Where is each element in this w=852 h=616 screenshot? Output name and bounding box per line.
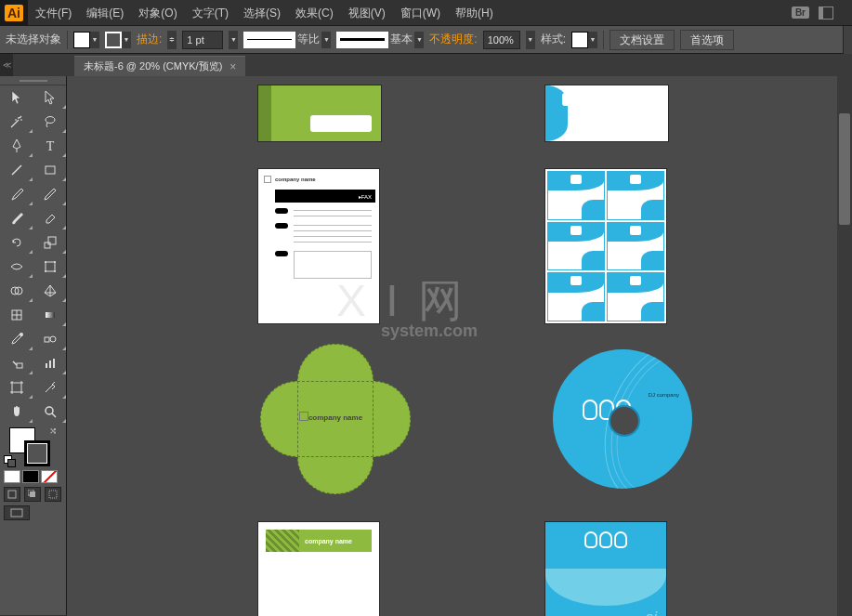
preferences-button[interactable]: 首选项 xyxy=(680,30,734,50)
fill-swatch-group[interactable]: ▼ xyxy=(73,32,99,48)
eyedropper-tool[interactable] xyxy=(0,327,33,351)
stroke-swatch[interactable] xyxy=(105,32,122,48)
slice-tool[interactable] xyxy=(33,375,67,400)
menu-file[interactable]: 文件(F) xyxy=(28,0,79,26)
opacity-input[interactable] xyxy=(483,31,520,49)
artboard-letterhead-green[interactable]: company name xyxy=(258,522,379,616)
color-mode-solid[interactable] xyxy=(4,470,20,483)
magic-wand-tool[interactable] xyxy=(0,110,33,134)
symbol-sprayer-tool[interactable] xyxy=(0,351,33,375)
canvas-area[interactable]: company name ▸FAX xyxy=(67,76,852,616)
menu-object[interactable]: 对象(O) xyxy=(131,0,184,26)
color-mode-gradient[interactable] xyxy=(22,470,39,483)
scale-tool[interactable] xyxy=(33,230,67,255)
stroke-swatch-group[interactable]: ▼ xyxy=(105,32,131,48)
vertical-scrollbar[interactable] xyxy=(837,76,852,616)
direct-selection-tool[interactable] xyxy=(33,85,67,110)
dropdown-arrow-icon[interactable]: ▼ xyxy=(90,32,99,48)
panel-strip[interactable] xyxy=(843,26,852,54)
menu-view[interactable]: 视图(V) xyxy=(341,0,393,26)
artboard-envelope-blue[interactable] xyxy=(545,85,668,141)
artboard-fax-form[interactable]: company name ▸FAX xyxy=(258,169,379,323)
artwork-card-logo xyxy=(570,276,582,285)
screen-mode-selector[interactable] xyxy=(0,504,66,522)
pencil-tool[interactable] xyxy=(33,182,67,206)
svg-rect-14 xyxy=(46,312,55,318)
artwork-line xyxy=(294,242,372,242)
width-tool[interactable] xyxy=(0,255,33,279)
gradient-tool[interactable] xyxy=(33,303,67,327)
menu-window[interactable]: 窗口(W) xyxy=(393,0,448,26)
artboard-envelope-green[interactable] xyxy=(258,85,381,141)
draw-normal-icon[interactable] xyxy=(4,487,20,502)
blob-brush-tool[interactable] xyxy=(0,206,33,230)
artwork-line xyxy=(294,216,372,216)
color-mode-row xyxy=(0,468,66,485)
column-graph-tool[interactable] xyxy=(33,351,67,375)
dropdown-arrow-icon[interactable]: ▼ xyxy=(122,32,131,48)
mesh-tool[interactable] xyxy=(0,303,33,327)
menu-type[interactable]: 文字(T) xyxy=(185,0,236,26)
svg-point-17 xyxy=(50,336,56,342)
swap-fill-stroke-icon[interactable]: ⤭ xyxy=(49,426,57,436)
scrollbar-thumb[interactable] xyxy=(839,113,850,225)
rectangle-tool[interactable] xyxy=(33,158,67,182)
style-swatch-group[interactable]: ▼ xyxy=(571,32,597,48)
paintbrush-tool[interactable] xyxy=(0,182,33,206)
dropdown-arrow-icon[interactable]: ▼ xyxy=(414,32,424,48)
artboard-letterhead-blue[interactable]: aj xyxy=(545,522,666,616)
screen-mode-button[interactable] xyxy=(4,505,30,520)
bridge-button[interactable]: Br xyxy=(792,7,809,19)
document-tab[interactable]: 未标题-6 @ 20% (CMYK/预览) × xyxy=(74,56,245,76)
stroke-label[interactable]: 描边: xyxy=(137,32,162,47)
line-tool[interactable] xyxy=(0,158,33,182)
dropdown-arrow-icon[interactable]: ▼ xyxy=(229,31,238,49)
fill-swatch[interactable] xyxy=(73,32,90,48)
default-fill-stroke-icon[interactable] xyxy=(4,455,15,466)
artboard-cd-label[interactable]: DJ company xyxy=(545,342,700,496)
profile-select[interactable]: 等比▼ xyxy=(243,32,331,48)
layout-selector-icon[interactable] xyxy=(819,7,833,20)
blend-tool[interactable] xyxy=(33,327,67,351)
type-tool[interactable]: T xyxy=(33,134,67,158)
artwork-fax-header: ▸FAX xyxy=(275,190,375,203)
svg-rect-6 xyxy=(46,262,55,271)
tab-toggle-icon[interactable]: ≪ xyxy=(0,54,13,76)
color-mode-none[interactable] xyxy=(41,470,58,483)
artboard-business-cards[interactable] xyxy=(545,169,666,323)
close-icon[interactable]: × xyxy=(229,60,236,73)
draw-inside-icon[interactable] xyxy=(45,487,61,502)
lasso-tool[interactable] xyxy=(33,110,67,134)
menu-help[interactable]: 帮助(H) xyxy=(448,0,501,26)
menu-select[interactable]: 选择(S) xyxy=(236,0,288,26)
brush-select[interactable]: 基本▼ xyxy=(336,32,424,48)
shape-builder-tool[interactable] xyxy=(0,279,33,303)
stroke-weight-input[interactable] xyxy=(182,31,223,49)
zoom-tool[interactable] xyxy=(33,400,67,424)
style-swatch[interactable] xyxy=(571,32,588,48)
artwork-line xyxy=(294,225,372,226)
draw-behind-icon[interactable] xyxy=(24,487,41,502)
opacity-label[interactable]: 不透明度: xyxy=(429,32,477,47)
free-transform-tool[interactable] xyxy=(33,255,67,279)
svg-text:T: T xyxy=(46,139,55,153)
eraser-tool[interactable] xyxy=(33,206,67,230)
selection-tool[interactable] xyxy=(0,85,33,110)
stroke-color[interactable] xyxy=(24,440,50,466)
rotate-tool[interactable] xyxy=(0,230,33,255)
dropdown-arrow-icon[interactable]: ▼ xyxy=(526,31,535,49)
fill-stroke-control[interactable]: ⤭ xyxy=(0,424,66,468)
stroke-stepper-icon[interactable]: ≑ xyxy=(167,31,177,49)
menu-edit[interactable]: 编辑(E) xyxy=(79,0,131,26)
pen-tool[interactable] xyxy=(0,134,33,158)
hand-tool[interactable] xyxy=(0,400,33,424)
dropdown-arrow-icon[interactable]: ▼ xyxy=(321,32,331,48)
artboard-box-dieline[interactable]: company name xyxy=(258,342,413,496)
menu-effect[interactable]: 效果(C) xyxy=(288,0,341,26)
document-setup-button[interactable]: 文档设置 xyxy=(610,30,675,50)
separator xyxy=(67,31,68,49)
tools-grip[interactable] xyxy=(0,76,66,85)
dropdown-arrow-icon[interactable]: ▼ xyxy=(588,32,597,48)
artboard-tool[interactable] xyxy=(0,375,33,400)
perspective-grid-tool[interactable] xyxy=(33,279,67,303)
